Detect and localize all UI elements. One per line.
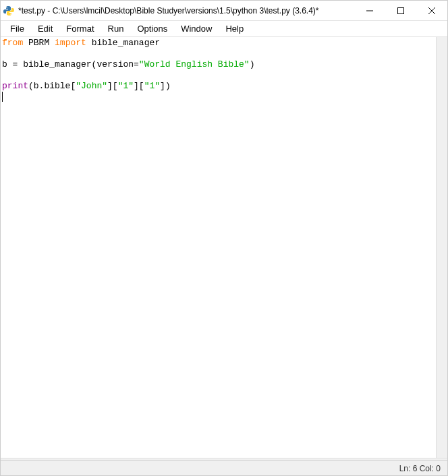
svg-point-1	[10, 13, 11, 15]
code-editor[interactable]: from PBRM import bible_manager b = bible…	[1, 37, 436, 458]
status-bar: Ln: 6 Col: 0	[1, 460, 447, 475]
minimize-icon	[366, 7, 373, 14]
string-literal: "1"	[118, 81, 134, 91]
maximize-icon	[397, 7, 404, 14]
menu-edit[interactable]: Edit	[31, 22, 59, 35]
vertical-scrollbar[interactable]	[436, 37, 447, 458]
builtin: print	[2, 81, 28, 91]
code-text: bible_manager	[86, 38, 160, 48]
close-icon	[428, 7, 435, 14]
menu-options[interactable]: Options	[130, 22, 174, 35]
menu-window[interactable]: Window	[174, 22, 219, 35]
svg-point-0	[6, 7, 7, 8]
code-text: b = bible_manager(version=	[2, 59, 139, 69]
code-text: ][	[134, 81, 144, 91]
minimize-button[interactable]	[354, 1, 385, 20]
string-literal: "World English Bible"	[139, 59, 250, 69]
close-button[interactable]	[416, 1, 447, 20]
keyword: from	[2, 38, 23, 48]
svg-rect-3	[398, 7, 404, 13]
code-text: ][	[107, 81, 118, 91]
window-controls	[354, 1, 447, 20]
string-literal: "1"	[144, 81, 160, 91]
cursor-position: Ln: 6 Col: 0	[399, 464, 441, 473]
maximize-button[interactable]	[385, 1, 416, 20]
code-text: (b.bible[	[28, 81, 76, 91]
code-text: ])	[160, 81, 171, 91]
app-icon	[3, 5, 14, 16]
menu-run[interactable]: Run	[101, 22, 131, 35]
string-literal: "John"	[76, 81, 107, 91]
menu-file[interactable]: File	[3, 22, 31, 35]
code-text: )	[250, 59, 255, 69]
window-titlebar: *test.py - C:\Users\lmcil\Desktop\Bible …	[1, 1, 447, 21]
code-text: PBRM	[23, 38, 55, 48]
window-title: *test.py - C:\Users\lmcil\Desktop\Bible …	[18, 6, 354, 16]
menu-bar: File Edit Format Run Options Window Help	[1, 21, 447, 37]
menu-format[interactable]: Format	[59, 22, 101, 35]
menu-help[interactable]: Help	[219, 22, 250, 35]
editor-area: from PBRM import bible_manager b = bible…	[1, 37, 447, 458]
keyword: import	[55, 38, 86, 48]
text-cursor	[2, 92, 3, 102]
